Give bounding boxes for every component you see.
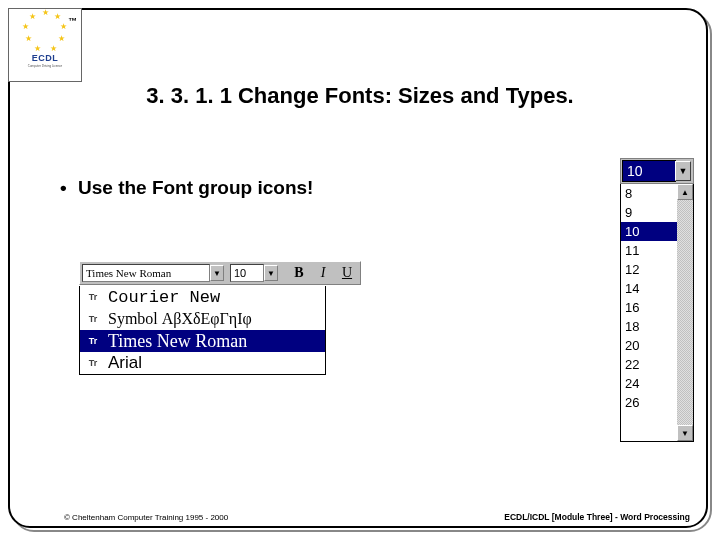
truetype-icon: Tr (84, 356, 102, 370)
scrollbar[interactable]: ▲ ▼ (677, 184, 693, 441)
font-name-combo[interactable]: Times New Roman (82, 264, 210, 282)
font-option-arial[interactable]: Tr Arial (80, 352, 325, 374)
size-combo-value: 10 (234, 267, 246, 279)
size-option[interactable]: 18 (621, 317, 677, 336)
truetype-icon: Tr (84, 290, 102, 304)
slide-title: 3. 3. 1. 1 Change Fonts: Sizes and Types… (0, 83, 720, 109)
size-combo-dropdown-icon[interactable]: ▼ (264, 265, 278, 281)
size-dropdown-icon[interactable]: ▼ (675, 161, 691, 181)
bullet-text: Use the Font group icons! (78, 177, 313, 199)
font-combo-dropdown-icon[interactable]: ▼ (210, 265, 224, 281)
trademark-icon: ™ (68, 16, 77, 26)
font-option-courier[interactable]: Tr Courier New (80, 286, 325, 308)
size-option[interactable]: 24 (621, 374, 677, 393)
underline-button[interactable]: U (336, 263, 358, 283)
ecdl-logo: ★ ★ ★ ★ ★ ★ ★ ★ ★ ECDL Computer Driving … (8, 8, 82, 82)
footer-module: ECDL/ICDL [Module Three] - Word Processi… (504, 512, 690, 522)
scroll-up-icon[interactable]: ▲ (677, 184, 693, 200)
size-option[interactable]: 16 (621, 298, 677, 317)
truetype-icon: Tr (84, 312, 102, 326)
size-option[interactable]: 26 (621, 393, 677, 412)
bold-button[interactable]: B (288, 263, 310, 283)
size-list[interactable]: 8 9 10 11 12 14 16 18 20 22 24 26 (621, 184, 677, 441)
scroll-down-icon[interactable]: ▼ (677, 425, 693, 441)
font-option-times[interactable]: Tr Times New Roman (80, 330, 325, 352)
italic-button[interactable]: I (312, 263, 334, 283)
footer-copyright: © Cheltenham Computer Training 1995 - 20… (64, 513, 228, 522)
size-option[interactable]: 14 (621, 279, 677, 298)
font-toolbar: Times New Roman ▼ 10 ▼ B I U (79, 261, 361, 285)
size-option[interactable]: 22 (621, 355, 677, 374)
truetype-icon: Tr (84, 334, 102, 348)
size-current[interactable]: 10 (623, 161, 675, 181)
font-list-dropdown[interactable]: Tr Courier New Tr Symbol ΑβΧδΕφΓηΙφ Tr T… (79, 286, 326, 375)
logo-subtext: Computer Driving Licence (28, 65, 63, 68)
size-option[interactable]: 12 (621, 260, 677, 279)
scroll-track[interactable] (677, 200, 693, 425)
font-size-combo[interactable]: 10 (230, 264, 264, 282)
size-option[interactable]: 20 (621, 336, 677, 355)
size-option[interactable]: 11 (621, 241, 677, 260)
font-combo-value: Times New Roman (86, 267, 171, 279)
size-option[interactable]: 10 (621, 222, 677, 241)
size-option[interactable]: 8 (621, 184, 677, 203)
font-option-symbol[interactable]: Tr Symbol ΑβΧδΕφΓηΙφ (80, 308, 325, 330)
size-option[interactable]: 9 (621, 203, 677, 222)
font-size-dropdown: 10 ▼ 8 9 10 11 12 14 16 18 20 22 24 26 ▲… (620, 158, 694, 442)
